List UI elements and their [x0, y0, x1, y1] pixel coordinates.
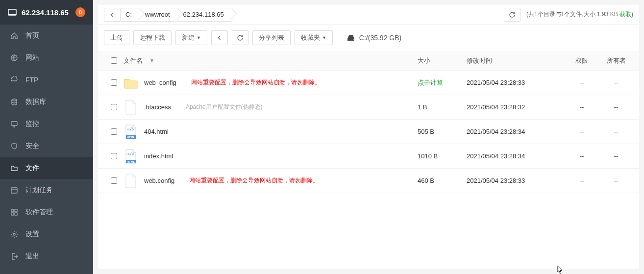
file-size[interactable]: 点击计算 [418, 79, 443, 86]
refresh-button[interactable] [232, 30, 248, 45]
db-icon [10, 98, 19, 106]
upload-button[interactable]: 上传 [104, 30, 129, 45]
sidebar-item-monitor[interactable]: 监控 [0, 113, 93, 135]
file-size: 505 B [418, 128, 434, 135]
file-icon [124, 174, 138, 188]
file-size: 460 B [418, 177, 434, 184]
summary-link[interactable]: 获取 [619, 11, 631, 18]
breadcrumb-segment[interactable]: C: [121, 8, 140, 22]
sidebar: 62.234.118.65 0 首页网站FTP数据库监控安全文件计划任务软件管理… [0, 0, 93, 274]
svg-text:HTML: HTML [127, 160, 135, 163]
breadcrumb-segment[interactable]: wwwroot [140, 8, 178, 22]
header-perm: 权限 [565, 56, 599, 65]
breadcrumb-summary: (共1个目录与1个文件,大小:1.93 KB 获取) [526, 10, 633, 19]
header-mtime[interactable]: 修改时间 [467, 56, 565, 65]
svg-rect-9 [15, 213, 17, 215]
arrow-left-icon [217, 35, 223, 41]
sidebar-item-soft[interactable]: 软件管理 [0, 201, 93, 223]
home-icon [10, 32, 19, 40]
table-row[interactable]: web_config网站重要配置，删除会导致网站崩溃，请勿删除。点击计算2021… [98, 71, 639, 95]
sidebar-item-security[interactable]: 安全 [0, 135, 93, 157]
breadcrumb-segment[interactable]: 62.234.118.65 [178, 8, 232, 22]
sidebar-item-label: 设置 [25, 230, 39, 239]
file-perm: -- [565, 152, 599, 160]
file-perm: -- [565, 79, 599, 86]
sidebar-item-site[interactable]: 网站 [0, 47, 93, 69]
favorites-label: 收藏夹 [301, 33, 320, 42]
svg-point-3 [12, 99, 17, 101]
file-name[interactable]: .htaccess [144, 103, 171, 111]
sidebar-item-label: 数据库 [25, 98, 46, 106]
sidebar-item-label: 软件管理 [25, 208, 53, 217]
sidebar-item-label: 网站 [25, 53, 39, 62]
sidebar-item-home[interactable]: 首页 [0, 25, 93, 47]
sidebar-header: 62.234.118.65 0 [0, 0, 93, 25]
svg-rect-4 [11, 122, 17, 125]
refresh-icon [237, 34, 244, 41]
svg-rect-8 [11, 213, 14, 215]
svg-rect-1 [8, 14, 16, 15]
file-perm: -- [565, 177, 599, 184]
svg-point-10 [13, 233, 15, 235]
row-checkbox[interactable] [111, 177, 117, 184]
new-button-label: 新建 [182, 33, 195, 42]
file-size: 1010 B [418, 152, 438, 160]
table-row[interactable]: </>HTML404.html505 B2021/05/04 23:28:34-… [98, 120, 639, 144]
share-list-button[interactable]: 分享列表 [252, 30, 291, 45]
header-size[interactable]: 大小 [418, 56, 467, 65]
row-checkbox[interactable] [111, 79, 117, 86]
header-filename-label: 文件名 [124, 56, 143, 65]
file-mtime: 2021/05/04 23:28:33 [467, 79, 565, 86]
summary-suffix: ) [631, 11, 633, 18]
file-owner: -- [599, 128, 633, 135]
main-area: C:wwwroot62.234.118.65 (共1个目录与1个文件,大小:1.… [93, 0, 644, 274]
row-checkbox[interactable] [111, 153, 117, 159]
new-button[interactable]: 新建 ▼ [175, 30, 207, 45]
file-name[interactable]: web_config [144, 79, 176, 86]
sidebar-item-db[interactable]: 数据库 [0, 91, 93, 113]
nav-back-button[interactable] [211, 30, 228, 45]
table-row[interactable]: web.config网站重要配置，删除会导致网站崩溃，请勿删除。460 B202… [98, 169, 639, 193]
svg-text:HTML: HTML [127, 136, 135, 139]
file-mtime: 2021/05/04 23:28:32 [467, 103, 565, 111]
sort-caret-down-icon: ▼ [149, 58, 154, 63]
file-name[interactable]: web.config [144, 177, 174, 184]
refresh-icon [509, 11, 516, 18]
breadcrumb-segment-label: 62.234.118.65 [183, 11, 224, 18]
file-perm: -- [565, 128, 599, 135]
disk-label[interactable]: C:/(35.92 GB) [359, 34, 401, 42]
file-mtime: 2021/05/04 23:28:33 [467, 177, 565, 184]
file-owner: -- [599, 103, 633, 111]
sidebar-item-cron[interactable]: 计划任务 [0, 179, 93, 201]
file-note: 网站重要配置，删除会导致网站崩溃，请勿删除。 [189, 176, 319, 185]
favorites-button[interactable]: 收藏夹 ▼ [295, 30, 333, 45]
remote-download-button[interactable]: 远程下载 [133, 30, 172, 45]
breadcrumb-segment-label: wwwroot [145, 11, 170, 18]
monitor-icon [10, 120, 19, 128]
sidebar-item-logout[interactable]: 退出 [0, 245, 93, 267]
breadcrumb-back-button[interactable] [104, 8, 121, 22]
header-filename[interactable]: 文件名 ▼ [124, 56, 418, 65]
row-checkbox[interactable] [111, 128, 117, 135]
notification-badge[interactable]: 0 [75, 7, 85, 17]
html-icon: </>HTML [124, 125, 138, 139]
file-note: 网站重要配置，删除会导致网站崩溃，请勿删除。 [191, 78, 321, 87]
table-row[interactable]: .htaccessApache用户配置文件(伪静态)1 B2021/05/04 … [98, 95, 639, 120]
file-name[interactable]: index.html [144, 152, 173, 160]
row-checkbox[interactable] [111, 104, 117, 110]
file-name[interactable]: 404.html [144, 128, 169, 135]
table-row[interactable]: </>HTMLindex.html1010 B2021/05/04 23:28:… [98, 144, 639, 169]
sidebar-item-label: 文件 [25, 164, 39, 173]
sidebar-item-files[interactable]: 文件 [0, 157, 93, 179]
files-icon [10, 164, 19, 172]
select-all-checkbox[interactable] [111, 57, 117, 64]
svg-rect-6 [11, 209, 14, 212]
table-header: 文件名 ▼ 大小 修改时间 权限 所有者 [98, 51, 639, 71]
svg-text:</>: </> [127, 152, 135, 156]
sidebar-item-settings[interactable]: 设置 [0, 223, 93, 245]
sidebar-item-ftp[interactable]: FTP [0, 69, 93, 91]
file-table: 文件名 ▼ 大小 修改时间 权限 所有者 web_config网站重要配置，删除… [98, 51, 639, 269]
breadcrumb-refresh-button[interactable] [504, 8, 520, 22]
security-icon [10, 142, 19, 150]
html-icon: </>HTML [124, 149, 138, 164]
